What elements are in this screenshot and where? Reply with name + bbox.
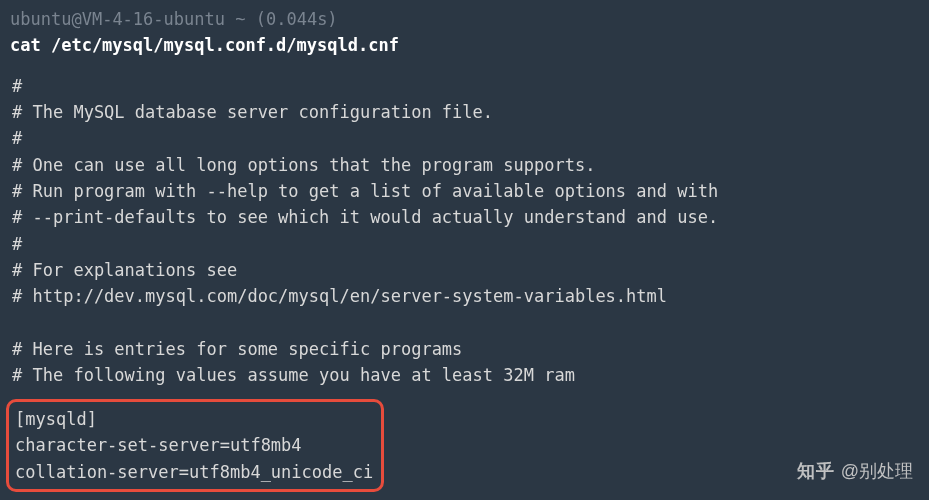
output-line: # Here is entries for some specific prog… — [12, 336, 919, 362]
prompt-host: VM-4-16-ubuntu — [82, 9, 225, 29]
output-blank-line — [10, 310, 919, 336]
output-line: # — [12, 125, 919, 151]
output-line: collation-server=utf8mb4_unicode_ci — [15, 459, 373, 485]
prompt-path: ~ — [235, 9, 245, 29]
terminal-output: # # The MySQL database server configurat… — [10, 73, 919, 492]
watermark: 知乎 @别处理 — [797, 458, 913, 486]
output-line: # For explanations see — [12, 257, 919, 283]
output-line: # Run program with --help to get a list … — [12, 178, 919, 204]
output-line: [mysqld] — [15, 406, 373, 432]
output-line: # --print-defaults to see which it would… — [12, 204, 919, 230]
output-line: # The following values assume you have a… — [12, 362, 919, 388]
output-line: # — [12, 231, 919, 257]
prompt-user: ubuntu — [10, 9, 71, 29]
shell-prompt: ubuntu@VM-4-16-ubuntu ~ (0.044s) — [10, 6, 919, 32]
output-line: # The MySQL database server configuratio… — [12, 99, 919, 125]
prompt-timing: (0.044s) — [256, 9, 338, 29]
watermark-site: 知乎 — [797, 458, 835, 486]
output-line: # One can use all long options that the … — [12, 152, 919, 178]
watermark-handle: @别处理 — [841, 458, 913, 486]
output-line: character-set-server=utf8mb4 — [15, 432, 373, 458]
highlighted-config-block: [mysqld] character-set-server=utf8mb4 co… — [6, 399, 384, 492]
command-line: cat /etc/mysql/mysql.conf.d/mysqld.cnf — [10, 32, 919, 58]
output-line: # http://dev.mysql.com/doc/mysql/en/serv… — [12, 283, 919, 309]
output-line: # — [12, 73, 919, 99]
